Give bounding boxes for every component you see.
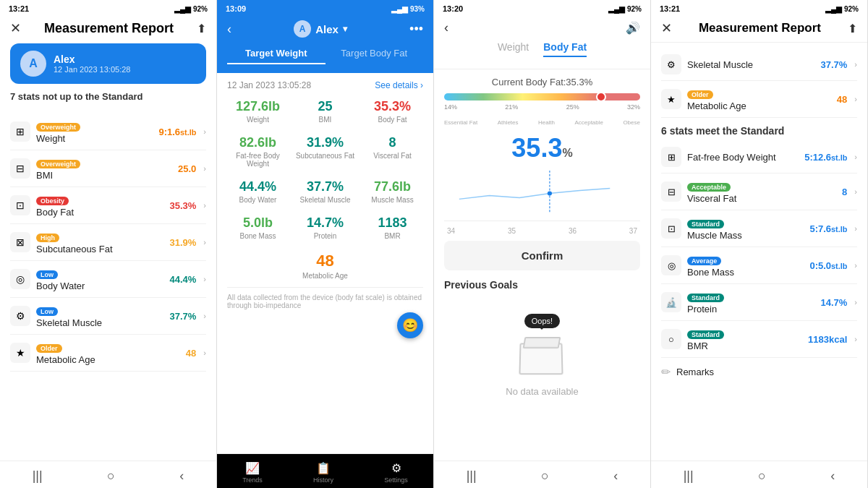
p4-visceral-val: 8 (842, 187, 847, 197)
p3-content: Current Body Fat:35.3% 14% 21% 25% 32% E… (434, 69, 650, 461)
metric-bodywater: 44.4% Body Water (227, 179, 289, 204)
p2-nav: 📈 Trends 📋 History ⚙ Settings (217, 453, 433, 488)
skeletal-label-block: Low Skeletal Muscle (36, 304, 163, 328)
signal-icon-2: ▂▄▆ (391, 5, 408, 13)
metric-subcut-label: Subcutaneous Fat (294, 152, 356, 160)
more-icon-2[interactable]: ••• (409, 22, 423, 37)
metric-visceral-val: 8 (362, 135, 423, 150)
p4-muscle-row[interactable]: ⊡ Standard Muscle Mass 5:7.6st.lb › (661, 210, 857, 247)
p4-muscle-val: 5:7.6st.lb (809, 223, 847, 234)
p4-skeletal-name: Skeletal Muscle (687, 59, 814, 70)
nav-history[interactable]: 📋 History (313, 461, 333, 484)
tab-target-bodyfat[interactable]: Target Body Fat (326, 43, 424, 64)
p4-skeletal-row[interactable]: ⚙ Skeletal Muscle 37.7% › (661, 48, 857, 81)
bodyfat-number: 35.3 (511, 133, 562, 163)
time-1: 13:21 (9, 4, 29, 13)
time-3: 13:20 (443, 4, 463, 13)
p4-fatfree-row[interactable]: ⊞ Fat-free Body Weight 5:12.6st.lb › (661, 141, 857, 174)
bodyfat-chart (444, 163, 640, 221)
status-bar-1: 13:21 ▂▄▆ 92% (0, 0, 216, 16)
tab-weight-3[interactable]: Weight (498, 41, 529, 57)
tab-bodyfat-3[interactable]: Body Fat (543, 41, 587, 57)
bodywater-chevron: › (203, 275, 206, 283)
subcut-chevron: › (203, 238, 206, 247)
metric-fatfree-val: 82.6lb (227, 135, 289, 150)
p4-skeletal-icon: ⚙ (661, 54, 681, 74)
p4-protein-row[interactable]: 🔬 Standard Protein 14.7% › (661, 284, 857, 321)
p4-visceral-row[interactable]: ⊟ Acceptable Visceral Fat 8 › (661, 174, 857, 210)
bodyfat-unit: % (562, 147, 572, 159)
p4-bone-row[interactable]: ◎ Average Bone Mass 0:5.0st.lb › (661, 247, 857, 284)
p4-muscle-info: Standard Muscle Mass (687, 216, 804, 241)
see-details-link[interactable]: See details › (375, 80, 423, 90)
p3-top-row: ‹ 🔊 (444, 20, 640, 35)
p2-dropdown-icon[interactable]: ▾ (343, 24, 347, 34)
p2-user: A Alex ▾ (294, 20, 347, 38)
skeletal-badge: Low (36, 307, 58, 316)
share-icon-4[interactable]: ⬆ (848, 22, 857, 35)
p4-protein-badge: Standard (687, 294, 724, 302)
no-data-section: Oops! No data available (444, 299, 640, 411)
nav-menu-icon-1[interactable]: ||| (33, 468, 43, 484)
back-icon-2[interactable]: ‹ (227, 22, 231, 37)
metric-muscle-val: 77.6lb (362, 179, 423, 194)
skeletal-name: Skeletal Muscle (36, 317, 163, 328)
battery-2: 93% (410, 5, 425, 13)
p3-header: ‹ 🔊 Weight Body Fat (434, 16, 650, 69)
nav-settings[interactable]: ⚙ Settings (384, 461, 408, 484)
close-icon-1[interactable]: ✕ (10, 20, 21, 36)
p2-float-btn[interactable]: 😊 (397, 312, 423, 338)
p4-bmr-name: BMR (687, 341, 802, 351)
confirm-button[interactable]: Confirm (444, 241, 640, 270)
gauge-categories: Essential Fat Athletes Health Acceptable… (444, 119, 640, 126)
nav-home-icon-1[interactable]: ○ (107, 468, 115, 484)
stat-row-bodywater[interactable]: ◎ Low Body Water 44.4% › (10, 261, 206, 298)
p4-metabolic-val: 48 (837, 94, 847, 105)
p4-bmr-info: Standard BMR (687, 327, 802, 351)
close-icon-4[interactable]: ✕ (661, 20, 672, 36)
p4-metabolic-info: Older Metabolic Age (687, 87, 831, 111)
stat-row-bmi[interactable]: ⊟ Overweight BMI 25.0 › (10, 150, 206, 187)
gauge-label-3: 32% (627, 103, 640, 111)
stat-row-metabolic[interactable]: ★ Older Metabolic Age 48 › (10, 335, 206, 372)
nav-home-icon-4[interactable]: ○ (758, 468, 766, 484)
p4-bone-chevron: › (854, 261, 857, 270)
metric-skeletal-label: Skeletal Muscle (294, 196, 356, 204)
status-bar-3: 13:20 ▂▄▆ 92% (434, 0, 650, 16)
speaker-icon[interactable]: 🔊 (626, 21, 640, 35)
nav-back-icon-3[interactable]: ‹ (613, 468, 618, 484)
signal-icon-3: ▂▄▆ (608, 5, 625, 13)
nav-back-icon-4[interactable]: ‹ (830, 468, 835, 484)
stat-row-subcut[interactable]: ⊠ High Subcutaneous Fat 31.9% › (10, 224, 206, 261)
p4-fatfree-info: Fat-free Body Weight (687, 152, 799, 163)
weight-label-block: Overweight Weight (36, 119, 153, 144)
remarks-row[interactable]: ✏ Remarks (661, 358, 857, 386)
back-icon-3[interactable]: ‹ (444, 20, 448, 35)
weight-name: Weight (36, 133, 153, 144)
p4-bone-val: 0:5.0st.lb (809, 260, 847, 271)
p4-bone-badge: Average (687, 257, 721, 265)
stat-row-weight[interactable]: ⊞ Overweight Weight 9:1.6st.lb › (10, 114, 206, 150)
metric-visceral-label: Visceral Fat (362, 152, 423, 160)
metric-skeletal: 37.7% Skeletal Muscle (294, 179, 356, 204)
nav-trends[interactable]: 📈 Trends (242, 461, 263, 484)
share-icon-1[interactable]: ⬆ (197, 22, 206, 35)
user-card-1: A Alex 12 Jan 2023 13:05:28 (10, 43, 206, 84)
p4-fatfree-name: Fat-free Body Weight (687, 152, 799, 163)
nav-home-icon-3[interactable]: ○ (541, 468, 549, 484)
metric-metabolic: 48 Metabolic Age (227, 252, 423, 280)
nav-menu-icon-3[interactable]: ||| (467, 468, 477, 484)
p2-top-row: ‹ A Alex ▾ ••• (227, 20, 423, 38)
stat-row-bodyfat[interactable]: ⊡ Obesity Body Fat 35.3% › (10, 187, 206, 224)
nav-menu-icon-4[interactable]: ||| (684, 468, 694, 484)
nav-back-icon-1[interactable]: ‹ (179, 468, 184, 484)
trends-icon: 📈 (245, 461, 260, 475)
p4-metabolic-row[interactable]: ★ Older Metabolic Age 48 › (661, 81, 857, 118)
bmi-badge: Overweight (36, 160, 80, 168)
p4-bmr-row[interactable]: ○ Standard BMR 1183kcal › (661, 321, 857, 358)
tab-target-weight[interactable]: Target Weight (227, 43, 326, 64)
p4-top-row: ✕ Measurement Report ⬆ (661, 20, 857, 36)
metric-muscle: 77.6lb Muscle Mass (362, 179, 423, 204)
p4-header: ✕ Measurement Report ⬆ (651, 16, 867, 43)
stat-row-skeletal[interactable]: ⚙ Low Skeletal Muscle 37.7% › (10, 298, 206, 335)
